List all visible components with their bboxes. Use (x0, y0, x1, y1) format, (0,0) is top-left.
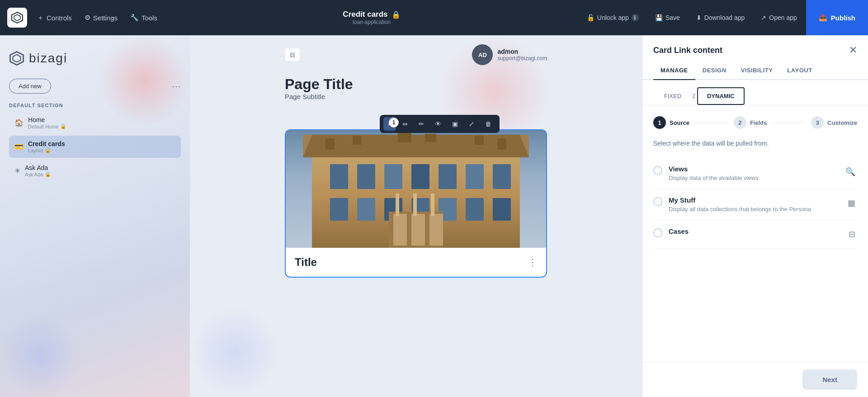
download-icon: ⬇ (696, 14, 702, 21)
step-2: 2 Fields (734, 116, 767, 129)
save-button[interactable]: 💾 Save (648, 10, 687, 25)
svg-rect-26 (429, 214, 443, 246)
nav-item-subtitle: Layout 🔒 (28, 147, 65, 153)
widget-move-button[interactable]: ⇔ (398, 117, 412, 131)
step-2-circle: 2 (734, 116, 746, 129)
svg-rect-25 (411, 214, 425, 246)
svg-rect-32 (398, 132, 411, 142)
widget-resize-button[interactable]: ⤢ (464, 117, 479, 131)
svg-rect-33 (425, 134, 436, 142)
card-more-button[interactable]: ⋮ (528, 257, 537, 268)
source-cases-title: Cases (669, 227, 840, 235)
sidebar-logo-icon (9, 51, 24, 66)
unlock-icon: 🔓 (587, 14, 594, 21)
tab-design[interactable]: DESIGN (695, 61, 734, 79)
widget-grid-button[interactable]: ▣ (448, 117, 462, 131)
tab-manage[interactable]: MANAGE (653, 61, 695, 80)
bizagi-logo-icon (11, 11, 24, 24)
page-subtitle: Page Subtitle (285, 93, 547, 100)
page-title: Page Title (285, 76, 547, 93)
svg-rect-24 (393, 214, 407, 246)
collapse-panel-button[interactable]: ⊟ (285, 48, 300, 61)
widget-delete-button[interactable]: 🗑 (481, 117, 496, 131)
widget-edit-button[interactable]: ✏ (414, 117, 429, 131)
tools-button[interactable]: 🔧 Tools (124, 10, 164, 25)
step-3-circle: 3 (811, 116, 824, 129)
topnav-actions: 🔓 Unlock app ℹ 💾 Save ⬇ Download app ↗ O… (580, 0, 868, 35)
source-option-views[interactable]: Views Display data of the available view… (653, 158, 857, 189)
svg-marker-2 (10, 52, 23, 65)
subtab-fixed[interactable]: FIXED (653, 87, 692, 105)
panel-tabs: MANAGE DESIGN VISIBILITY LAYOUT (642, 61, 868, 80)
app-subtitle: loan-application (353, 19, 391, 25)
card-bottom: Title ⋮ (286, 248, 546, 277)
nav-item-content: Ask Ada Ask Ada 🔒 (25, 164, 51, 177)
download-app-button[interactable]: ⬇ Download app (689, 10, 752, 25)
source-option-cases[interactable]: Cases ⊟ (653, 220, 857, 249)
settings-button[interactable]: ⚙ Settings (78, 10, 124, 25)
card-image (286, 130, 546, 248)
radio-cases[interactable] (653, 228, 662, 237)
next-button[interactable]: Next (802, 369, 857, 390)
nav-item-title: Credit cards (28, 140, 65, 147)
step-2-label: Fields (750, 119, 767, 126)
nav-item-content: Credit cards Layout 🔒 (28, 140, 65, 153)
blob-canvas2 (190, 307, 280, 397)
canvas-content: ⊟ AD admon support@bizagi.com Page Title… (285, 44, 547, 278)
svg-rect-35 (497, 138, 506, 150)
sidebar-logo-text: bizagi (29, 51, 67, 66)
svg-rect-21 (466, 198, 484, 221)
open-icon: ↗ (761, 14, 766, 21)
source-views-desc: Display data of the available views (669, 175, 837, 181)
publish-button[interactable]: 📤 Publish (806, 0, 868, 35)
page-title-area: Page Title Page Subtitle (285, 69, 547, 115)
svg-rect-28 (413, 194, 417, 216)
app-title-center: Credit cards 🔒 loan-application (164, 10, 580, 25)
tab-visibility[interactable]: VISIBILITY (734, 61, 780, 79)
radio-mystuff[interactable] (653, 197, 662, 206)
sidebar-options-button[interactable]: ⋯ (172, 82, 181, 91)
step-1: 1 Source (653, 116, 689, 129)
subtab-dynamic[interactable]: DYNAMIC (697, 87, 745, 105)
nav-item-content: Home Default Home 🔒 (28, 116, 66, 129)
sidebar-item-credit-cards[interactable]: 💳 Credit cards Layout 🔒 (9, 136, 181, 158)
credit-card-icon: 💳 (14, 142, 24, 151)
add-new-button[interactable]: Add new (9, 79, 51, 94)
radio-views[interactable] (653, 166, 662, 175)
nav-item-title: Ask Ada (25, 164, 51, 171)
info-icon: ℹ (632, 14, 639, 21)
user-name: admon (497, 48, 547, 55)
nav-item-subtitle: Default Home 🔒 (28, 123, 66, 129)
card-title: Title (295, 256, 317, 269)
user-email: support@bizagi.com (497, 55, 547, 61)
widget-eye-button[interactable]: 👁 (430, 117, 446, 131)
search-views-button[interactable]: 🔍 (844, 165, 857, 179)
tab-layout[interactable]: LAYOUT (780, 61, 819, 79)
step-1-label: Source (670, 119, 689, 126)
sidebar-item-home[interactable]: 🏠 Home Default Home 🔒 (9, 112, 181, 134)
nav-item-title: Home (28, 116, 66, 123)
sidebar-item-ask-ada[interactable]: ✳ Ask Ada Ask Ada 🔒 (9, 160, 181, 182)
lock-icon: 🔒 (392, 10, 401, 19)
panel-close-button[interactable]: ✕ (849, 44, 857, 56)
card-widget[interactable]: Title ⋮ (285, 129, 547, 278)
source-cases-content: Cases (669, 227, 840, 237)
open-app-button[interactable]: ↗ Open app (754, 10, 804, 25)
svg-rect-15 (493, 164, 511, 189)
panel-title: Card Link content (653, 46, 722, 55)
main-layout: bizagi Add new ⋯ DEFAULT SECTION 🏠 Home … (0, 35, 868, 397)
controls-button[interactable]: ＋ Controls (31, 10, 78, 26)
source-option-mystuff[interactable]: My Stuff Display all data collections th… (653, 189, 857, 220)
unlock-app-button[interactable]: 🔓 Unlock app ℹ (580, 10, 646, 25)
step-connector-2 (772, 123, 806, 123)
card-widget-area: 1 ≡ ⇔ ✏ 👁 ▣ ⤢ 🗑 (285, 115, 547, 278)
svg-rect-10 (357, 164, 375, 189)
grid-mystuff-button[interactable]: ▦ (846, 196, 857, 210)
svg-rect-30 (326, 138, 335, 150)
subtab-number: 2 (692, 93, 695, 99)
source-mystuff-content: My Stuff Display all data collections th… (669, 196, 840, 213)
source-views-content: Views Display data of the available view… (669, 165, 837, 181)
app-title: Credit cards (343, 10, 387, 19)
cases-icon-button[interactable]: ⊟ (847, 227, 857, 241)
canvas-toolbar-row: ⊟ AD admon support@bizagi.com (285, 44, 547, 65)
